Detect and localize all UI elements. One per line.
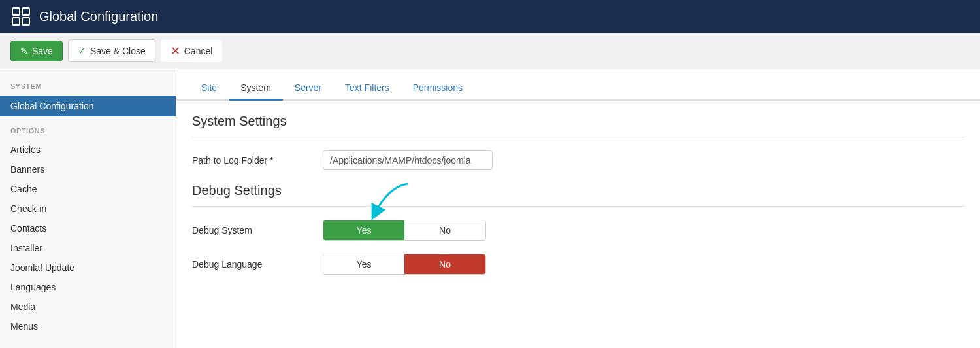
debug-system-toggle[interactable]: Yes No	[323, 220, 486, 241]
system-section-label: SYSTEM	[0, 82, 176, 96]
page-title: Global Configuration	[39, 9, 158, 24]
sidebar-item-menus[interactable]: Menus	[0, 317, 176, 336]
sidebar-item-joomla-update[interactable]: Joomla! Update	[0, 258, 176, 277]
tab-bar: Site System Server Text Filters Permissi…	[176, 76, 980, 101]
sidebar-item-contacts[interactable]: Contacts	[0, 218, 176, 238]
debug-language-toggle[interactable]: Yes No	[323, 254, 486, 275]
tab-server[interactable]: Server	[283, 76, 333, 101]
save-close-label: Save & Close	[90, 46, 146, 56]
check-icon: ✓	[78, 44, 86, 57]
sidebar-item-cache[interactable]: Cache	[0, 179, 176, 199]
save-label: Save	[32, 46, 53, 56]
debug-system-no-button[interactable]: No	[404, 220, 485, 240]
debug-system-label: Debug System	[192, 225, 323, 235]
debug-settings-title: Debug Settings	[192, 183, 964, 207]
tab-text-filters[interactable]: Text Filters	[333, 76, 401, 101]
cancel-button[interactable]: ✕ Cancel	[161, 40, 223, 62]
sidebar-item-checkin[interactable]: Check-in	[0, 199, 176, 218]
system-settings-title: System Settings	[192, 114, 964, 137]
toolbar: ✎ Save ✓ Save & Close ✕ Cancel	[0, 33, 980, 69]
tab-system[interactable]: System	[229, 76, 283, 101]
debug-language-yes-button[interactable]: Yes	[323, 254, 404, 274]
save-icon: ✎	[20, 46, 28, 56]
tab-content: System Settings Path to Log Folder * Deb…	[176, 101, 980, 301]
sidebar-item-media[interactable]: Media	[0, 297, 176, 317]
path-to-log-folder-row: Path to Log Folder *	[192, 150, 964, 170]
path-to-log-folder-label: Path to Log Folder *	[192, 155, 323, 165]
debug-language-label: Debug Language	[192, 259, 323, 270]
svg-rect-2	[12, 18, 20, 25]
sidebar-active-label: Global Configuration	[10, 101, 94, 111]
header: Global Configuration	[0, 0, 980, 33]
tab-site[interactable]: Site	[189, 76, 229, 101]
sidebar-item-global-configuration[interactable]: Global Configuration	[0, 96, 176, 116]
debug-language-no-button[interactable]: No	[404, 254, 485, 274]
main-layout: SYSTEM Global Configuration OPTIONS Arti…	[0, 69, 980, 348]
sidebar-item-articles[interactable]: Articles	[0, 140, 176, 160]
options-section-label: OPTIONS	[0, 127, 176, 140]
debug-system-toggle-container: Yes No	[323, 220, 486, 241]
main-content: Site System Server Text Filters Permissi…	[176, 69, 980, 348]
save-close-button[interactable]: ✓ Save & Close	[68, 39, 155, 62]
sidebar-item-banners[interactable]: Banners	[0, 160, 176, 179]
svg-rect-1	[22, 8, 29, 15]
svg-rect-3	[22, 18, 29, 25]
debug-system-yes-button[interactable]: Yes	[323, 220, 404, 240]
debug-system-row: Debug System Yes No	[192, 220, 964, 241]
debug-language-row: Debug Language Yes No	[192, 254, 964, 275]
sidebar-item-languages[interactable]: Languages	[0, 277, 176, 297]
sidebar: SYSTEM Global Configuration OPTIONS Arti…	[0, 69, 176, 348]
app-icon	[10, 6, 31, 27]
path-to-log-folder-input[interactable]	[323, 150, 493, 170]
save-button[interactable]: ✎ Save	[10, 41, 63, 61]
svg-rect-0	[12, 8, 20, 15]
sidebar-item-installer[interactable]: Installer	[0, 238, 176, 258]
tab-permissions[interactable]: Permissions	[401, 76, 474, 101]
cancel-icon: ✕	[171, 45, 180, 57]
cancel-label: Cancel	[184, 46, 213, 56]
